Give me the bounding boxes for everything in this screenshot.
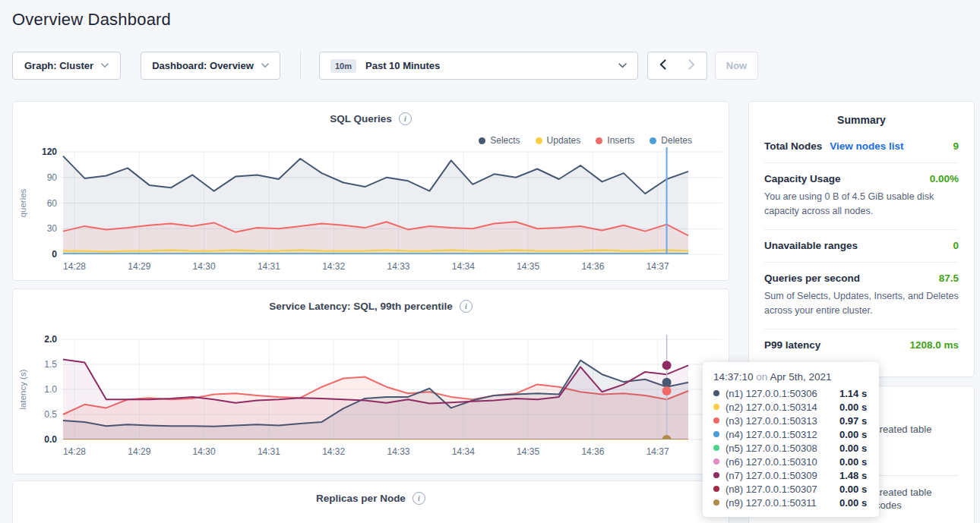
- svg-text:90: 90: [47, 172, 58, 183]
- time-range-label: Past 10 Minutes: [365, 60, 440, 71]
- time-prev-button[interactable]: [647, 52, 678, 80]
- svg-text:latency (s): latency (s): [18, 369, 27, 409]
- tooltip-node-label: (n2) 127.0.0.1:50314: [726, 402, 839, 413]
- tooltip-node-label: (n6) 127.0.0.1:50310: [726, 456, 839, 468]
- svg-text:0.0: 0.0: [44, 434, 57, 445]
- chevron-down-icon: [101, 63, 109, 68]
- qps-label: Queries per second: [764, 273, 860, 284]
- replicas-per-node-card: Replicas per Node i: [12, 480, 729, 523]
- svg-text:0.5: 0.5: [44, 409, 57, 420]
- chevron-down-icon: [618, 63, 627, 68]
- capacity-usage-label: Capacity Usage: [764, 173, 841, 184]
- svg-text:14:36: 14:36: [581, 446, 604, 457]
- svg-text:14:33: 14:33: [387, 261, 409, 272]
- summary-row-capacity: Capacity Usage 0.00% You are using 0 B o…: [764, 162, 959, 229]
- summary-title: Summary: [749, 102, 974, 134]
- tooltip-node-label: (n5) 127.0.0.1:50308: [726, 443, 839, 454]
- service-latency-plot[interactable]: 14:2814:2914:3014:3114:3214:3314:3414:35…: [14, 332, 729, 462]
- info-icon[interactable]: i: [399, 112, 412, 125]
- svg-text:0: 0: [52, 249, 57, 260]
- tooltip-row: (n4) 127.0.0.1:503120.00 s: [713, 427, 868, 441]
- tooltip-node-label: (n9) 127.0.0.1:50311: [726, 497, 839, 509]
- graph-dropdown[interactable]: Graph: Cluster: [12, 52, 121, 80]
- svg-text:120: 120: [42, 147, 57, 157]
- qps-value: 87.5: [939, 273, 959, 284]
- service-latency-card: Service Latency: SQL, 99th percentile i …: [12, 288, 729, 474]
- svg-text:1.5: 1.5: [44, 359, 57, 370]
- svg-text:14:28: 14:28: [63, 261, 86, 272]
- capacity-usage-description: You are using 0 B of 4.5 GiB usable disk…: [764, 190, 959, 219]
- svg-text:2.0: 2.0: [44, 334, 57, 345]
- tooltip-node-value: 0.97 s: [839, 415, 867, 427]
- svg-text:14:36: 14:36: [581, 261, 604, 272]
- svg-text:14:31: 14:31: [258, 261, 280, 272]
- tooltip-node-value: 0.00 s: [839, 484, 867, 495]
- tooltip-time: 14:37:10: [713, 371, 754, 383]
- summary-row-p99: P99 latency 1208.0 ms: [764, 329, 959, 361]
- tooltip-node-label: (n4) 127.0.0.1:50312: [726, 429, 839, 440]
- svg-text:14:37: 14:37: [646, 261, 669, 272]
- view-nodes-list-link[interactable]: View nodes list: [830, 140, 903, 152]
- now-button[interactable]: Now: [715, 52, 758, 80]
- info-icon[interactable]: i: [460, 300, 473, 313]
- time-range-badge: 10m: [330, 59, 356, 73]
- svg-text:14:32: 14:32: [322, 446, 345, 457]
- series-dot-icon: [713, 390, 719, 396]
- time-range-selector[interactable]: 10m Past 10 Minutes: [319, 52, 638, 80]
- svg-text:14:28: 14:28: [63, 446, 86, 457]
- svg-text:queries: queries: [18, 188, 27, 217]
- dashboard-dropdown-label: Dashboard: Overview: [152, 60, 254, 71]
- time-next-button[interactable]: [677, 52, 707, 80]
- svg-text:1.0: 1.0: [44, 384, 57, 395]
- tooltip-date: Apr 5th, 2021: [770, 371, 831, 383]
- tooltip-row: (n8) 127.0.0.1:503070.00 s: [713, 482, 868, 496]
- svg-text:14:34: 14:34: [452, 446, 475, 457]
- svg-text:60: 60: [47, 198, 58, 209]
- tooltip-row: (n2) 127.0.0.1:503140.00 s: [713, 400, 868, 414]
- tooltip-row: (n1) 127.0.0.1:503061.14 s: [713, 386, 868, 400]
- chevron-down-icon: [261, 63, 269, 68]
- tooltip-on-word: on: [756, 371, 767, 383]
- tooltip-node-label: (n8) 127.0.0.1:50307: [726, 484, 839, 495]
- tooltip-node-value: 0.00 s: [839, 456, 867, 468]
- series-dot-icon: [713, 404, 719, 410]
- svg-text:14:35: 14:35: [517, 261, 539, 272]
- tooltip-row: (n9) 127.0.0.1:503110.00 s: [713, 496, 868, 509]
- svg-text:14:29: 14:29: [128, 446, 150, 457]
- tooltip-node-value: 0.00 s: [839, 429, 867, 440]
- tooltip-node-value: 1.14 s: [839, 388, 867, 399]
- page-title: Overview Dashboard: [12, 10, 171, 30]
- chart-title-text: Service Latency: SQL, 99th percentile: [269, 301, 453, 312]
- legend-dot-icon: [536, 137, 542, 144]
- service-latency-title: Service Latency: SQL, 99th percentile i: [13, 300, 729, 313]
- chart-title-text: SQL Queries: [330, 113, 392, 124]
- series-dot-icon: [713, 445, 719, 451]
- tooltip-node-label: (n7) 127.0.0.1:50309: [726, 470, 839, 481]
- tooltip-node-value: 0.00 s: [839, 443, 867, 454]
- series-dot-icon: [713, 486, 719, 492]
- toolbar-divider: [300, 52, 301, 80]
- total-nodes-value: 9: [953, 140, 959, 152]
- dashboard-dropdown[interactable]: Dashboard: Overview: [141, 52, 280, 80]
- svg-text:14:37: 14:37: [646, 446, 669, 457]
- service-latency-svg[interactable]: 14:2814:2914:3014:3114:3214:3314:3414:35…: [14, 332, 729, 462]
- series-dot-icon: [713, 472, 719, 478]
- unavailable-ranges-value: 0: [953, 240, 959, 251]
- sql-queries-plot[interactable]: 14:2814:2914:3014:3114:3214:3314:3414:35…: [14, 144, 729, 277]
- tooltip-timestamp: 14:37:10 on Apr 5th, 2021: [713, 371, 868, 383]
- tooltip-node-label: (n1) 127.0.0.1:50306: [726, 388, 839, 399]
- tooltip-node-value: 1.48 s: [839, 470, 867, 481]
- sql-queries-svg[interactable]: 14:2814:2914:3014:3114:3214:3314:3414:35…: [14, 144, 729, 277]
- series-dot-icon: [713, 499, 719, 506]
- tooltip-row: (n3) 127.0.0.1:503130.97 s: [713, 414, 868, 427]
- chevron-left-icon: [659, 59, 666, 72]
- svg-text:14:30: 14:30: [193, 261, 216, 272]
- legend-dot-icon: [479, 137, 485, 144]
- svg-text:14:32: 14:32: [322, 261, 345, 272]
- tooltip-row: (n6) 127.0.0.1:503100.00 s: [713, 455, 868, 468]
- summary-row-qps: Queries per second 87.5 Sum of Selects, …: [764, 262, 959, 329]
- chevron-right-icon: [688, 59, 695, 72]
- unavailable-ranges-label: Unavailable ranges: [764, 240, 858, 251]
- chart-hover-tooltip: 14:37:10 on Apr 5th, 2021 (n1) 127.0.0.1…: [703, 362, 879, 517]
- info-icon[interactable]: i: [413, 492, 425, 505]
